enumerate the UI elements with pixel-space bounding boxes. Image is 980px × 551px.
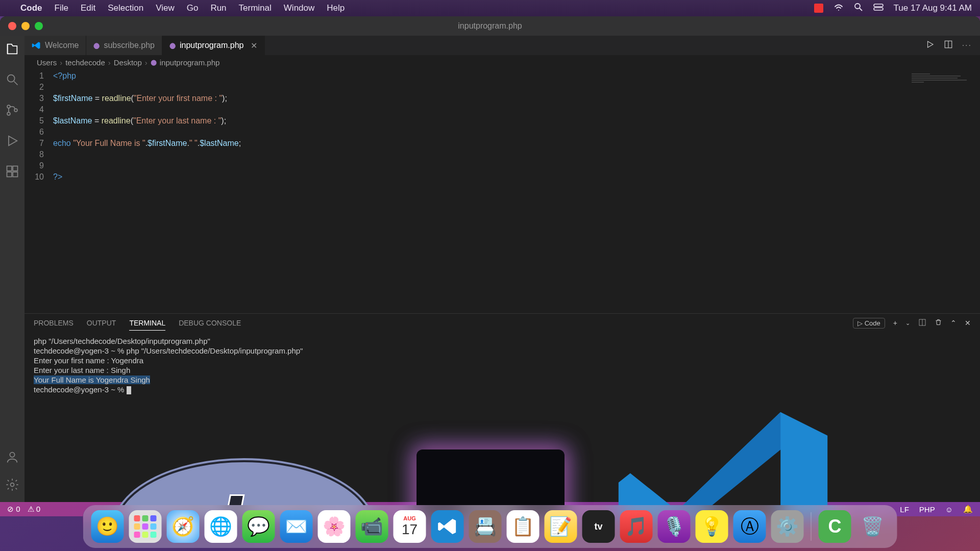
dock-contacts[interactable]: 📇 <box>469 510 502 543</box>
tab-inputprogram[interactable]: ⬤ inputprogram.php ✕ <box>162 36 265 55</box>
status-errors[interactable]: ⊘ 0 <box>7 505 20 514</box>
tab-label: subscribe.php <box>104 41 155 50</box>
minimize-window-button[interactable] <box>21 22 30 30</box>
dock-settings[interactable]: ⚙️ <box>771 510 804 543</box>
breadcrumb-segment[interactable]: techdecode <box>65 58 105 67</box>
kill-terminal-icon[interactable] <box>935 318 942 328</box>
breadcrumb-segment[interactable]: Users <box>37 58 57 67</box>
minimap[interactable] <box>912 73 973 99</box>
dock-notes[interactable]: 📝 <box>545 510 577 543</box>
run-debug-icon[interactable] <box>5 134 19 150</box>
clock[interactable]: Tue 17 Aug 9:41 AM <box>894 3 972 13</box>
tab-label: Welcome <box>45 41 79 50</box>
terminal-cursor <box>127 386 131 394</box>
dock-launchpad[interactable] <box>129 510 162 543</box>
tab-welcome[interactable]: Welcome <box>24 36 86 55</box>
dock-tips[interactable]: 💡 <box>696 510 728 543</box>
settings-gear-icon[interactable] <box>5 478 19 494</box>
terminal-output[interactable]: php "/Users/techdecode/Desktop/inputprog… <box>24 332 980 502</box>
dock-reminders[interactable]: 📋 <box>507 510 540 543</box>
window-title: inputprogram.php <box>458 21 522 31</box>
dock-vscode[interactable] <box>431 510 464 543</box>
dock-calendar[interactable]: AUG17 <box>394 510 426 543</box>
menu-help[interactable]: Help <box>327 3 345 13</box>
tab-subscribe[interactable]: ⬤ subscribe.php <box>86 36 162 55</box>
more-actions-icon[interactable]: ··· <box>962 41 972 50</box>
breadcrumb-segment[interactable]: inputprogram.php <box>160 58 220 67</box>
panel-tab-problems[interactable]: PROBLEMS <box>34 316 74 330</box>
dock-safari[interactable]: 🧭 <box>167 510 200 543</box>
dock-chrome[interactable]: 🌐 <box>205 510 237 543</box>
svg-point-14 <box>11 483 14 487</box>
menu-view[interactable]: View <box>156 3 175 13</box>
panel-tab-output[interactable]: OUTPUT <box>87 316 116 330</box>
control-center-icon[interactable] <box>873 3 884 13</box>
svg-point-13 <box>10 453 14 457</box>
tab-label: inputprogram.php <box>180 41 243 50</box>
recording-indicator-icon[interactable] <box>814 4 823 13</box>
maximize-window-button[interactable] <box>35 22 43 30</box>
panel-tab-debug[interactable]: DEBUG CONSOLE <box>179 316 241 330</box>
status-feedback-icon[interactable]: ☺ <box>945 505 953 514</box>
code-content[interactable]: <?php $firstName = readline("Enter your … <box>53 69 980 313</box>
search-icon[interactable] <box>5 72 19 89</box>
editor-tabs: Welcome ⬤ subscribe.php ⬤ inputprogram.p… <box>24 36 980 55</box>
php-file-icon: ⬤ <box>93 42 100 49</box>
spotlight-icon[interactable] <box>854 3 863 14</box>
svg-line-5 <box>14 82 18 85</box>
dock-camtasia[interactable]: C <box>819 510 851 543</box>
new-terminal-icon[interactable]: + <box>893 319 897 327</box>
explorer-icon[interactable] <box>5 42 19 58</box>
terminal-dropdown-icon[interactable]: ⌄ <box>905 320 910 327</box>
php-file-icon: ⬤ <box>169 42 176 49</box>
dock-podcasts[interactable]: 🎙️ <box>658 510 691 543</box>
bottom-panel: PROBLEMS OUTPUT TERMINAL DEBUG CONSOLE ▷… <box>24 313 980 502</box>
wifi-icon[interactable] <box>834 3 844 14</box>
panel-tab-terminal[interactable]: TERMINAL <box>129 316 165 331</box>
dock-finder[interactable]: 🙂 <box>91 510 124 543</box>
svg-point-7 <box>7 112 10 115</box>
status-language[interactable]: PHP <box>919 505 935 514</box>
source-control-icon[interactable] <box>5 103 19 119</box>
menu-selection[interactable]: Selection <box>108 3 143 13</box>
dock-facetime[interactable]: 📹 <box>356 510 388 543</box>
terminal-launcher[interactable]: ▷ Code <box>853 318 885 329</box>
menu-app[interactable]: Code <box>20 3 42 13</box>
dock-music[interactable]: 🎵 <box>620 510 653 543</box>
menu-edit[interactable]: Edit <box>81 3 95 13</box>
status-warnings[interactable]: ⚠ 0 <box>28 505 41 514</box>
code-editor[interactable]: 12345678910 <?php $firstName = readline(… <box>24 69 980 313</box>
svg-point-8 <box>14 109 17 112</box>
svg-point-4 <box>8 75 15 82</box>
menu-run[interactable]: Run <box>210 3 226 13</box>
accounts-icon[interactable] <box>5 450 19 466</box>
status-eol[interactable]: LF <box>900 505 909 514</box>
breadcrumb[interactable]: Users› techdecode› Desktop› ⬤ inputprogr… <box>24 55 980 69</box>
vscode-logo-icon <box>611 373 846 516</box>
split-editor-icon[interactable] <box>944 40 953 51</box>
close-panel-icon[interactable]: ✕ <box>965 319 971 327</box>
close-tab-icon[interactable]: ✕ <box>251 41 257 51</box>
svg-line-1 <box>860 8 862 11</box>
dock-appstore[interactable]: Ⓐ <box>733 510 766 543</box>
dock-tv[interactable]: tv <box>582 510 615 543</box>
activity-bar <box>0 36 24 502</box>
svg-point-0 <box>855 4 860 9</box>
menu-window[interactable]: Window <box>284 3 314 13</box>
menu-file[interactable]: File <box>55 3 68 13</box>
window-titlebar: inputprogram.php <box>0 16 980 36</box>
close-window-button[interactable] <box>8 22 16 30</box>
dock-photos[interactable]: 🌸 <box>318 510 351 543</box>
breadcrumb-segment[interactable]: Desktop <box>114 58 142 67</box>
dock-messages[interactable]: 💬 <box>242 510 275 543</box>
maximize-panel-icon[interactable]: ⌃ <box>950 319 957 327</box>
status-bell-icon[interactable]: 🔔 <box>963 505 973 514</box>
menu-terminal[interactable]: Terminal <box>239 3 272 13</box>
extensions-icon[interactable] <box>5 164 19 181</box>
dock-trash[interactable]: 🗑️ <box>856 510 889 543</box>
svg-rect-2 <box>874 4 883 7</box>
dock-mail[interactable]: ✉️ <box>280 510 313 543</box>
menu-go[interactable]: Go <box>187 3 199 13</box>
split-terminal-icon[interactable] <box>918 318 926 328</box>
run-file-icon[interactable] <box>925 40 935 51</box>
